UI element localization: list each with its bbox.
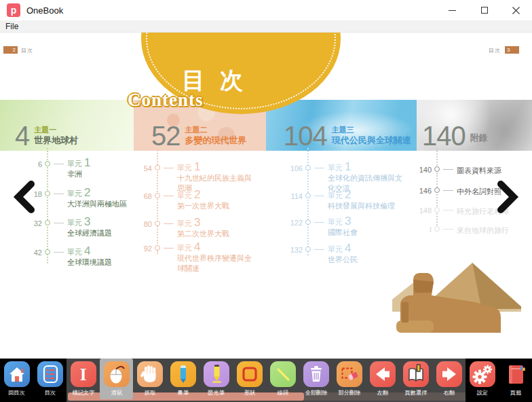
section-header-theme2[interactable]: 52 主題二 多變的現代世界 [151, 125, 247, 147]
section-band-theme1: 4 主題一 世界地球村 [0, 100, 134, 151]
tool-line[interactable]: 線段 [266, 359, 299, 402]
tool-back-to-toc[interactable]: 回目次 [0, 359, 33, 402]
chevron-right-icon [497, 181, 519, 213]
next-page-arrow[interactable] [497, 181, 519, 216]
bullet-ring-icon [45, 249, 50, 255]
bullet-ring-icon [434, 207, 440, 213]
eraser-selection-icon [337, 361, 362, 387]
tool-mouse[interactable]: 滑鼠 [100, 359, 133, 399]
left-page-label: 目次 [21, 47, 33, 54]
bullet-ring-icon [45, 191, 50, 196]
line-icon [270, 361, 296, 387]
tool-pen[interactable]: 畫筆 [166, 359, 200, 402]
title-bar: p OneBook [0, 0, 532, 20]
sphinx-pyramid-image [392, 261, 521, 333]
toc-entry[interactable]: 114 單元2科技發展與科技倫理 [285, 189, 409, 211]
bullet-ring-icon [434, 166, 440, 172]
bullet-ring-icon [155, 245, 160, 251]
bullet-ring-icon [305, 165, 311, 170]
bullet-ring-icon [305, 219, 311, 225]
bookmark-book-icon [503, 361, 529, 387]
section-header-theme1[interactable]: 4 主題一 世界地球村 [15, 125, 78, 147]
tool-mark-text[interactable]: I 標記文字 [66, 359, 100, 402]
bullet-ring-icon [155, 193, 160, 198]
section-band-theme3: 104 主題三 現代公民與全球關連 [266, 100, 417, 151]
prev-page-arrow[interactable] [13, 181, 35, 216]
tool-delete-all[interactable]: 全部刪除 [299, 359, 332, 402]
toc-entry[interactable]: 132 單元4世界公民 [285, 243, 409, 265]
toc-entry[interactable]: 92 單元4現代世界秩序變遷與全球關連 [134, 242, 259, 273]
minimize-button[interactable] [436, 0, 468, 20]
highlighter-icon [204, 361, 229, 387]
bullet-ring-icon [155, 221, 160, 226]
onebook-logo-icon: p [7, 3, 20, 17]
bullet-ring-icon [434, 187, 440, 193]
tool-page-tabs[interactable]: 頁籤 [499, 359, 532, 402]
shape-icon [237, 361, 263, 387]
hand-icon [137, 361, 163, 387]
page-title-english: Contents [128, 90, 204, 111]
bullet-ring-icon [45, 220, 50, 225]
menu-file[interactable]: File [0, 22, 24, 31]
window-title: OneBook [26, 5, 63, 16]
gear-icon [470, 361, 495, 387]
trash-icon [303, 361, 329, 387]
arrow-left-icon [370, 361, 396, 387]
bullet-ring-icon [305, 193, 311, 198]
tool-bar: 回目次 目次 I 標記文字 滑鼠 [0, 359, 532, 402]
window-controls [436, 0, 532, 20]
book-page: 2 目次 目次 3 目次 Contents 4 主題一 世界地球村 52 [0, 33, 532, 359]
mouse-icon [104, 361, 130, 387]
tool-flip-left[interactable]: 左翻 [366, 359, 399, 402]
toc-column-theme2: 54 單元1十九世紀的民族主義與思潮 68 單元2第一次世界大戰 80 單元3第… [134, 158, 256, 287]
pen-icon [170, 361, 196, 387]
section-header-appendix[interactable]: 140 附錄 [422, 125, 488, 147]
menu-bar: File [0, 20, 532, 33]
tool-settings[interactable]: 設定 [466, 359, 499, 402]
tool-partial-delete[interactable]: 部分刪除 [332, 359, 366, 402]
toc-column-theme3: 106 單元1全球化的資訊傳播與文化交流 114 單元2科技發展與科技倫理 12… [285, 158, 407, 287]
right-page-tab[interactable]: 3 [505, 46, 519, 54]
toc-entry[interactable]: 140 圖表資料來源 [414, 163, 532, 176]
toc-entry[interactable]: 42 單元4全球環境議題 [24, 246, 149, 268]
open-book-icon [403, 361, 429, 387]
tool-page-select[interactable]: 頁數選擇 [399, 359, 432, 402]
section-band-appendix: 140 附錄 [417, 100, 532, 151]
home-icon [4, 361, 30, 387]
tool-shape[interactable]: 形狀 [233, 359, 266, 402]
toc-entry[interactable]: 80 單元3第二次世界大戰 [134, 217, 259, 239]
toc-entry[interactable]: I 來自地球的旅行 [414, 223, 532, 236]
tool-flip-right[interactable]: 右翻 [432, 359, 466, 402]
toc-column-theme1: 6 單元1非洲 18 單元2大洋洲與兩極地區 32 單元3全球經濟議題 42 單… [24, 158, 140, 287]
bullet-ring-icon [45, 161, 50, 166]
bullet-ring-icon [155, 165, 160, 170]
section-header-theme3[interactable]: 104 主題三 現代公民與全球關連 [284, 125, 411, 147]
close-icon [512, 7, 520, 14]
bullet-ring-icon [305, 246, 311, 252]
bullet-ring-icon [434, 226, 440, 232]
toc-entry[interactable]: 32 單元3全球經濟議題 [24, 217, 149, 238]
text-marker-icon: I [71, 361, 96, 387]
tool-highlighter[interactable]: 螢光筆 [200, 359, 233, 402]
chevron-left-icon [13, 181, 35, 213]
toc-icon [37, 361, 63, 387]
toc-entry[interactable]: 122 單元3國際社會 [285, 216, 409, 238]
maximize-button[interactable] [468, 0, 500, 20]
onebook-window: p OneBook File 2 目次 目次 3 目次 Contents 4 [0, 0, 532, 402]
toc-entry[interactable]: 6 單元1非洲 [24, 158, 149, 179]
arrow-right-icon [436, 361, 462, 387]
toc-entry[interactable]: 18 單元2大洋洲與兩極地區 [24, 187, 149, 209]
toc-entry[interactable]: 68 單元2第一次世界大戰 [134, 189, 259, 211]
tool-grab[interactable]: 抓取 [133, 359, 166, 402]
close-button[interactable] [500, 0, 532, 20]
left-page-tab[interactable]: 2 [3, 46, 18, 54]
tool-toc[interactable]: 目次 [33, 359, 66, 402]
right-page-label: 目次 [489, 47, 501, 54]
